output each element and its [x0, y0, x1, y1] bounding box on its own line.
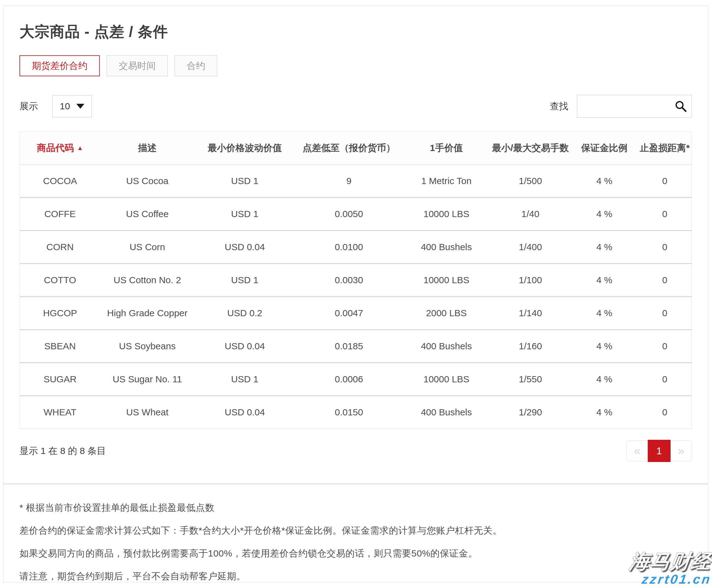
table-cell: 0.0047 — [295, 297, 403, 330]
table-footer: 显示 1 在 8 的 8 条目 « 1 » — [19, 440, 692, 462]
footnotes: * 根据当前市价设置挂单的最低止损盈最低点数差价合约的保证金需求计算公式如下：手… — [19, 502, 692, 583]
table-cell: 1/100 — [490, 264, 571, 297]
commodities-table: 商品代码▲描述最小价格波动价值点差低至（报价货币）1手价值最小/最大交易手数保证… — [19, 131, 692, 429]
column-header-5[interactable]: 最小/最大交易手数 — [490, 131, 571, 165]
table-cell: 10000 LBS — [403, 363, 490, 396]
search-wrap — [577, 95, 692, 118]
table-cell: 400 Bushels — [403, 231, 490, 264]
table-cell: USD 0.04 — [195, 231, 295, 264]
table-cell: US Coffee — [100, 198, 194, 231]
table-cell: 400 Bushels — [403, 396, 490, 429]
table-cell: 4 % — [571, 264, 638, 297]
table-cell: 0.0050 — [295, 198, 403, 231]
search-control: 查找 — [550, 95, 692, 118]
table-cell: USD 1 — [195, 198, 295, 231]
content-card: 大宗商品 - 点差 / 条件 期货差价合约交易时间合约 展示 10 查找 商品代… — [3, 5, 708, 583]
table-cell: SUGAR — [20, 363, 100, 396]
table-cell: 4 % — [571, 363, 638, 396]
table-cell: 1 Metric Ton — [403, 165, 490, 198]
column-header-1[interactable]: 描述 — [100, 131, 194, 165]
table-cell: US Cotton No. 2 — [100, 264, 194, 297]
tab-0[interactable]: 期货差价合约 — [19, 55, 100, 76]
show-label: 展示 — [19, 100, 38, 113]
table-row: WHEATUS WheatUSD 0.040.0150400 Bushels1/… — [20, 396, 692, 429]
table-cell: 1/550 — [490, 363, 571, 396]
watermark-brand: 海马财经 — [628, 551, 712, 572]
pagination-page-1-button[interactable]: 1 — [648, 440, 671, 462]
table-cell: 1/290 — [490, 396, 571, 429]
watermark-url: zzrt01.cn — [641, 572, 712, 586]
table-cell: 400 Bushels — [403, 330, 490, 363]
entries-info: 显示 1 在 8 的 8 条目 — [19, 445, 106, 457]
table-cell: 1/500 — [490, 165, 571, 198]
page-title: 大宗商品 - 点差 / 条件 — [19, 22, 692, 42]
tab-1[interactable]: 交易时间 — [107, 55, 168, 76]
table-cell: US Sugar No. 11 — [100, 363, 194, 396]
table-cell: US Soybeans — [100, 330, 194, 363]
pagination-next-button[interactable]: » — [670, 440, 692, 461]
table-cell: USD 1 — [195, 363, 295, 396]
table-cell: 1/160 — [490, 330, 571, 363]
table-header-row: 商品代码▲描述最小价格波动价值点差低至（报价货币）1手价值最小/最大交易手数保证… — [20, 131, 692, 165]
search-input[interactable] — [577, 95, 692, 118]
table-cell: 0 — [638, 264, 692, 297]
table-cell: COTTO — [20, 264, 100, 297]
table-header: 商品代码▲描述最小价格波动价值点差低至（报价货币）1手价值最小/最大交易手数保证… — [20, 131, 692, 165]
column-header-2[interactable]: 最小价格波动价值 — [195, 131, 295, 165]
table-cell: 10000 LBS — [403, 264, 490, 297]
column-header-4[interactable]: 1手价值 — [403, 131, 490, 165]
table-row: HGCOPHigh Grade CopperUSD 0.20.00472000 … — [20, 297, 692, 330]
prev-icon: « — [634, 444, 640, 458]
page-length-value: 10 — [60, 101, 70, 111]
footnote-line: 如果交易同方向的商品，预付款比例需要高于100%，若使用差价合约锁仓交易的话，则… — [19, 547, 692, 560]
table-body: COCOAUS CocoaUSD 191 Metric Ton1/5004 %0… — [20, 165, 692, 429]
table-cell: US Corn — [100, 231, 194, 264]
table-row: COFFEUS CoffeeUSD 10.005010000 LBS1/404 … — [20, 198, 692, 231]
table-cell: 0.0030 — [295, 264, 403, 297]
table-cell: 1/40 — [490, 198, 571, 231]
table-cell: 1/140 — [490, 297, 571, 330]
table-row: COCOAUS CocoaUSD 191 Metric Ton1/5004 %0 — [20, 165, 692, 198]
table-cell: SBEAN — [20, 330, 100, 363]
table-cell: COCOA — [20, 165, 100, 198]
column-header-6[interactable]: 保证金比例 — [571, 131, 638, 165]
page-length-control: 展示 10 — [19, 95, 92, 117]
tab-bar: 期货差价合约交易时间合约 — [19, 55, 692, 76]
watermark: 海马财经 zzrt01.cn — [630, 551, 711, 586]
table-row: SBEANUS SoybeansUSD 0.040.0185400 Bushel… — [20, 330, 692, 363]
table-cell: 0.0150 — [295, 396, 403, 429]
table-cell: 0.0100 — [295, 231, 403, 264]
table-cell: USD 1 — [195, 165, 295, 198]
table-row: CORNUS CornUSD 0.040.0100400 Bushels1/40… — [20, 231, 692, 264]
column-header-0[interactable]: 商品代码▲ — [20, 131, 100, 165]
footnote-line: 请注意，期货合约到期后，平台不会自动帮客户延期。 — [19, 570, 692, 583]
tab-2[interactable]: 合约 — [175, 55, 217, 76]
table-cell: USD 0.04 — [195, 396, 295, 429]
pagination-prev-button[interactable]: « — [626, 440, 648, 461]
column-header-3[interactable]: 点差低至（报价货币） — [295, 131, 403, 165]
table-cell: CORN — [20, 231, 100, 264]
page-length-select[interactable]: 10 — [52, 95, 92, 117]
footnote-line: 差价合约的保证金需求计算公式如下：手数*合约大小*开仓价格*保证金比例。保证金需… — [19, 524, 692, 537]
table-cell: 4 % — [571, 297, 638, 330]
next-icon: » — [678, 444, 684, 458]
table-cell: COFFE — [20, 198, 100, 231]
table-cell: 1/400 — [490, 231, 571, 264]
column-header-7[interactable]: 止盈损距离* — [638, 131, 692, 165]
table-cell: 0 — [638, 396, 692, 429]
sort-asc-icon: ▲ — [77, 145, 83, 151]
table-cell: US Cocoa — [100, 165, 194, 198]
table-cell: 0.0006 — [295, 363, 403, 396]
table-cell: 0.0185 — [295, 330, 403, 363]
table-cell: HGCOP — [20, 297, 100, 330]
table-cell: 0 — [638, 165, 692, 198]
table-cell: 0 — [638, 330, 692, 363]
table-cell: 4 % — [571, 165, 638, 198]
chevron-down-icon — [76, 104, 84, 109]
table-cell: 0 — [638, 363, 692, 396]
table-cell: 0 — [638, 297, 692, 330]
table-cell: 4 % — [571, 330, 638, 363]
table-cell: 2000 LBS — [403, 297, 490, 330]
table-cell: 4 % — [571, 231, 638, 264]
table-cell: High Grade Copper — [100, 297, 194, 330]
